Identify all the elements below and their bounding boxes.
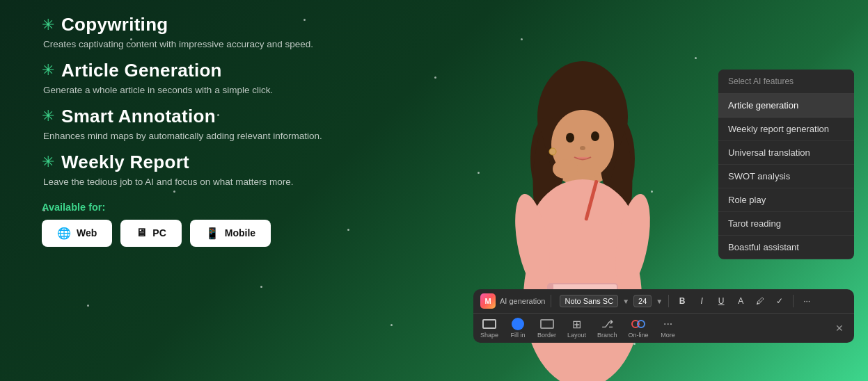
layout-icon: ⊞	[569, 318, 585, 330]
online-icon	[630, 318, 647, 330]
dropdown-item-role-play[interactable]: Role play	[718, 188, 854, 212]
size-dropdown-arrow: ▼	[656, 298, 663, 305]
mobile-label: Mobile	[225, 227, 255, 238]
toolbar-top: M AI generation Noto Sans SC ▼ 24 ▼ B I …	[473, 289, 854, 314]
toolbar-bottom: Shape Fill in Border ⊞ Layout ⎇ Branch	[473, 314, 854, 343]
feature-article: ✳ Article Generation Generate a whole ar…	[42, 60, 445, 97]
border-rect	[540, 319, 554, 329]
web-label: Web	[77, 227, 97, 238]
more-bottom-tool[interactable]: ··· More	[660, 318, 677, 339]
mobile-icon: 📱	[205, 227, 219, 240]
shape-label: Shape	[480, 332, 498, 339]
feature-heading-2: Article Generation	[61, 60, 222, 81]
pc-icon: 🖥	[136, 227, 147, 239]
more-top-button[interactable]: ···	[799, 293, 814, 309]
online-label: On-line	[629, 332, 649, 339]
toolbar: M AI generation Noto Sans SC ▼ 24 ▼ B I …	[473, 289, 854, 343]
feature-desc-4: Leave the tedious job to AI and focus on…	[43, 176, 445, 189]
dropdown-menu: Select AI features Article generation We…	[718, 70, 854, 259]
feature-icon-3: ✳	[42, 108, 54, 124]
feature-icon-2: ✳	[42, 63, 54, 78]
web-icon: 🌐	[57, 227, 71, 240]
toolbar-logo: M	[480, 293, 496, 309]
online-tool[interactable]: On-line	[629, 318, 649, 339]
feature-icon-1: ✳	[42, 17, 54, 33]
shape-rect	[482, 319, 496, 329]
feature-icon-4: ✳	[42, 154, 54, 170]
underline-button[interactable]: U	[713, 293, 729, 309]
fill-label: Fill in	[511, 332, 526, 339]
more-icon: ···	[660, 318, 677, 330]
toolbar-divider-1	[551, 295, 551, 307]
branch-tool[interactable]: ⎇ Branch	[597, 318, 617, 339]
toolbar-font-select[interactable]: Noto Sans SC	[560, 295, 618, 307]
feature-desc-3: Enhances mind maps by automatically addi…	[43, 130, 445, 143]
toolbar-divider-3	[793, 295, 794, 307]
feature-heading-1: Copywriting	[61, 14, 168, 35]
svg-point-7	[591, 131, 599, 141]
border-tool[interactable]: Border	[537, 318, 556, 339]
border-label: Border	[537, 332, 556, 339]
dropdown-item-article[interactable]: Article generation	[718, 94, 854, 117]
feature-weekly: ✳ Weekly Report Leave the tedious job to…	[42, 152, 445, 189]
highlight-button[interactable]: 🖊	[752, 293, 768, 309]
shape-icon	[481, 318, 498, 330]
toolbar-size-select[interactable]: 24	[633, 295, 652, 307]
pc-button[interactable]: 🖥 PC	[120, 220, 181, 247]
dropdown-item-tarot[interactable]: Tarot reading	[718, 212, 854, 236]
feature-annotation: ✳ Smart Annotation Enhances mind maps by…	[42, 106, 445, 143]
svg-point-6	[566, 133, 574, 143]
fill-icon	[510, 318, 526, 330]
toolbar-close-button[interactable]: ✕	[832, 321, 847, 336]
dropdown-item-boastful[interactable]: Boastful assistant	[718, 236, 854, 259]
feature-desc-2: Generate a whole article in seconds with…	[43, 84, 445, 97]
svg-point-9	[549, 148, 556, 155]
feature-desc-1: Creates captivating content with impress…	[43, 38, 445, 51]
available-label: Available for:	[42, 202, 445, 213]
feature-heading-4: Weekly Report	[61, 152, 189, 173]
fill-tool[interactable]: Fill in	[510, 318, 526, 339]
dropdown-header: Select AI features	[718, 70, 854, 94]
fill-circle	[512, 318, 524, 330]
toolbar-ai-label: AI generation	[500, 297, 545, 305]
shape-tool[interactable]: Shape	[480, 318, 498, 339]
more-label: More	[661, 332, 675, 339]
bold-button[interactable]: B	[674, 293, 690, 309]
branch-icon: ⎇	[599, 318, 615, 330]
font-dropdown-arrow: ▼	[622, 298, 629, 305]
mobile-button[interactable]: 📱 Mobile	[190, 220, 271, 247]
layout-label: Layout	[567, 332, 586, 339]
left-panel: ✳ Copywriting Creates captivating conten…	[42, 14, 445, 247]
italic-button[interactable]: I	[694, 293, 709, 309]
check-button[interactable]: ✓	[772, 293, 787, 309]
feature-copywriting: ✳ Copywriting Creates captivating conten…	[42, 14, 445, 51]
branch-label: Branch	[597, 332, 617, 339]
dropdown-item-swot[interactable]: SWOT analysis	[718, 165, 854, 188]
toolbar-divider-2	[668, 295, 669, 307]
pc-label: PC	[152, 227, 166, 238]
border-icon	[539, 318, 555, 330]
feature-heading-3: Smart Annotation	[61, 106, 216, 127]
layout-tool[interactable]: ⊞ Layout	[567, 318, 586, 339]
font-color-button[interactable]: A	[733, 293, 748, 309]
svg-point-8	[580, 146, 585, 150]
dropdown-item-weekly-report[interactable]: Weekly report generation	[718, 117, 854, 141]
svg-point-20	[553, 159, 578, 179]
web-button[interactable]: 🌐 Web	[42, 220, 112, 247]
platform-buttons: 🌐 Web 🖥 PC 📱 Mobile	[42, 220, 445, 247]
dropdown-item-universal-translation[interactable]: Universal translation	[718, 141, 854, 165]
